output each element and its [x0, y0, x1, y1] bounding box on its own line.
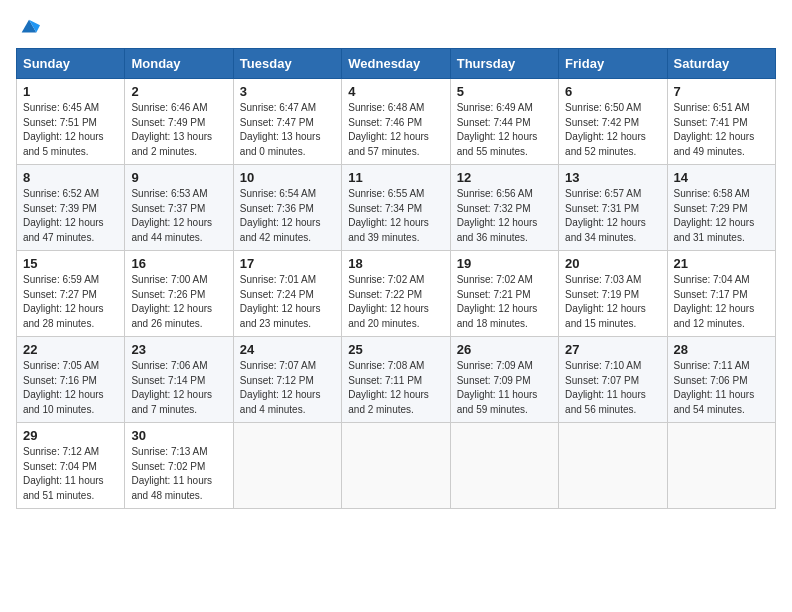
calendar-cell — [450, 423, 558, 509]
page-header — [16, 16, 776, 38]
calendar-cell: 5 Sunrise: 6:49 AM Sunset: 7:44 PM Dayli… — [450, 79, 558, 165]
day-info: Sunrise: 7:13 AM Sunset: 7:02 PM Dayligh… — [131, 445, 226, 503]
calendar-cell: 1 Sunrise: 6:45 AM Sunset: 7:51 PM Dayli… — [17, 79, 125, 165]
day-number: 23 — [131, 342, 226, 357]
calendar-week-row: 1 Sunrise: 6:45 AM Sunset: 7:51 PM Dayli… — [17, 79, 776, 165]
day-info: Sunrise: 7:09 AM Sunset: 7:09 PM Dayligh… — [457, 359, 552, 417]
calendar-cell: 30 Sunrise: 7:13 AM Sunset: 7:02 PM Dayl… — [125, 423, 233, 509]
calendar-cell: 24 Sunrise: 7:07 AM Sunset: 7:12 PM Dayl… — [233, 337, 341, 423]
day-number: 2 — [131, 84, 226, 99]
calendar-week-row: 8 Sunrise: 6:52 AM Sunset: 7:39 PM Dayli… — [17, 165, 776, 251]
day-number: 28 — [674, 342, 769, 357]
calendar-cell: 3 Sunrise: 6:47 AM Sunset: 7:47 PM Dayli… — [233, 79, 341, 165]
day-number: 29 — [23, 428, 118, 443]
calendar-cell: 7 Sunrise: 6:51 AM Sunset: 7:41 PM Dayli… — [667, 79, 775, 165]
calendar-cell: 16 Sunrise: 7:00 AM Sunset: 7:26 PM Dayl… — [125, 251, 233, 337]
calendar-cell: 13 Sunrise: 6:57 AM Sunset: 7:31 PM Dayl… — [559, 165, 667, 251]
calendar-cell — [342, 423, 450, 509]
day-number: 10 — [240, 170, 335, 185]
day-info: Sunrise: 6:58 AM Sunset: 7:29 PM Dayligh… — [674, 187, 769, 245]
calendar-cell — [233, 423, 341, 509]
day-number: 4 — [348, 84, 443, 99]
day-info: Sunrise: 7:02 AM Sunset: 7:22 PM Dayligh… — [348, 273, 443, 331]
day-info: Sunrise: 6:59 AM Sunset: 7:27 PM Dayligh… — [23, 273, 118, 331]
calendar-cell: 8 Sunrise: 6:52 AM Sunset: 7:39 PM Dayli… — [17, 165, 125, 251]
day-number: 22 — [23, 342, 118, 357]
day-info: Sunrise: 6:45 AM Sunset: 7:51 PM Dayligh… — [23, 101, 118, 159]
day-info: Sunrise: 7:07 AM Sunset: 7:12 PM Dayligh… — [240, 359, 335, 417]
day-number: 19 — [457, 256, 552, 271]
calendar-cell: 21 Sunrise: 7:04 AM Sunset: 7:17 PM Dayl… — [667, 251, 775, 337]
calendar-cell — [667, 423, 775, 509]
day-number: 21 — [674, 256, 769, 271]
day-number: 5 — [457, 84, 552, 99]
day-number: 24 — [240, 342, 335, 357]
calendar-cell: 27 Sunrise: 7:10 AM Sunset: 7:07 PM Dayl… — [559, 337, 667, 423]
day-number: 8 — [23, 170, 118, 185]
calendar-table: SundayMondayTuesdayWednesdayThursdayFrid… — [16, 48, 776, 509]
calendar-cell: 22 Sunrise: 7:05 AM Sunset: 7:16 PM Dayl… — [17, 337, 125, 423]
weekday-header-thursday: Thursday — [450, 49, 558, 79]
day-info: Sunrise: 6:56 AM Sunset: 7:32 PM Dayligh… — [457, 187, 552, 245]
day-info: Sunrise: 7:05 AM Sunset: 7:16 PM Dayligh… — [23, 359, 118, 417]
day-info: Sunrise: 7:12 AM Sunset: 7:04 PM Dayligh… — [23, 445, 118, 503]
calendar-cell: 25 Sunrise: 7:08 AM Sunset: 7:11 PM Dayl… — [342, 337, 450, 423]
day-info: Sunrise: 7:04 AM Sunset: 7:17 PM Dayligh… — [674, 273, 769, 331]
day-info: Sunrise: 7:08 AM Sunset: 7:11 PM Dayligh… — [348, 359, 443, 417]
day-number: 1 — [23, 84, 118, 99]
weekday-header-monday: Monday — [125, 49, 233, 79]
day-info: Sunrise: 7:11 AM Sunset: 7:06 PM Dayligh… — [674, 359, 769, 417]
day-number: 15 — [23, 256, 118, 271]
day-info: Sunrise: 6:46 AM Sunset: 7:49 PM Dayligh… — [131, 101, 226, 159]
day-info: Sunrise: 6:52 AM Sunset: 7:39 PM Dayligh… — [23, 187, 118, 245]
day-number: 11 — [348, 170, 443, 185]
day-number: 30 — [131, 428, 226, 443]
calendar-week-row: 29 Sunrise: 7:12 AM Sunset: 7:04 PM Dayl… — [17, 423, 776, 509]
day-number: 18 — [348, 256, 443, 271]
calendar-week-row: 22 Sunrise: 7:05 AM Sunset: 7:16 PM Dayl… — [17, 337, 776, 423]
calendar-cell: 15 Sunrise: 6:59 AM Sunset: 7:27 PM Dayl… — [17, 251, 125, 337]
day-number: 14 — [674, 170, 769, 185]
day-header-row: SundayMondayTuesdayWednesdayThursdayFrid… — [17, 49, 776, 79]
calendar-cell: 20 Sunrise: 7:03 AM Sunset: 7:19 PM Dayl… — [559, 251, 667, 337]
calendar-cell — [559, 423, 667, 509]
day-number: 27 — [565, 342, 660, 357]
calendar-cell: 23 Sunrise: 7:06 AM Sunset: 7:14 PM Dayl… — [125, 337, 233, 423]
weekday-header-sunday: Sunday — [17, 49, 125, 79]
weekday-header-saturday: Saturday — [667, 49, 775, 79]
calendar-cell: 17 Sunrise: 7:01 AM Sunset: 7:24 PM Dayl… — [233, 251, 341, 337]
day-info: Sunrise: 6:50 AM Sunset: 7:42 PM Dayligh… — [565, 101, 660, 159]
weekday-header-friday: Friday — [559, 49, 667, 79]
day-number: 25 — [348, 342, 443, 357]
calendar-cell: 14 Sunrise: 6:58 AM Sunset: 7:29 PM Dayl… — [667, 165, 775, 251]
day-info: Sunrise: 6:51 AM Sunset: 7:41 PM Dayligh… — [674, 101, 769, 159]
calendar-cell: 4 Sunrise: 6:48 AM Sunset: 7:46 PM Dayli… — [342, 79, 450, 165]
day-info: Sunrise: 7:06 AM Sunset: 7:14 PM Dayligh… — [131, 359, 226, 417]
day-info: Sunrise: 7:01 AM Sunset: 7:24 PM Dayligh… — [240, 273, 335, 331]
day-number: 16 — [131, 256, 226, 271]
logo — [16, 16, 40, 38]
calendar-cell: 26 Sunrise: 7:09 AM Sunset: 7:09 PM Dayl… — [450, 337, 558, 423]
day-info: Sunrise: 7:10 AM Sunset: 7:07 PM Dayligh… — [565, 359, 660, 417]
calendar-cell: 10 Sunrise: 6:54 AM Sunset: 7:36 PM Dayl… — [233, 165, 341, 251]
day-info: Sunrise: 6:53 AM Sunset: 7:37 PM Dayligh… — [131, 187, 226, 245]
calendar-cell: 19 Sunrise: 7:02 AM Sunset: 7:21 PM Dayl… — [450, 251, 558, 337]
day-info: Sunrise: 7:02 AM Sunset: 7:21 PM Dayligh… — [457, 273, 552, 331]
day-number: 13 — [565, 170, 660, 185]
day-number: 17 — [240, 256, 335, 271]
calendar-cell: 9 Sunrise: 6:53 AM Sunset: 7:37 PM Dayli… — [125, 165, 233, 251]
day-number: 9 — [131, 170, 226, 185]
calendar-cell: 29 Sunrise: 7:12 AM Sunset: 7:04 PM Dayl… — [17, 423, 125, 509]
calendar-cell: 2 Sunrise: 6:46 AM Sunset: 7:49 PM Dayli… — [125, 79, 233, 165]
calendar-cell: 11 Sunrise: 6:55 AM Sunset: 7:34 PM Dayl… — [342, 165, 450, 251]
day-info: Sunrise: 7:00 AM Sunset: 7:26 PM Dayligh… — [131, 273, 226, 331]
day-info: Sunrise: 6:47 AM Sunset: 7:47 PM Dayligh… — [240, 101, 335, 159]
day-number: 26 — [457, 342, 552, 357]
calendar-cell: 6 Sunrise: 6:50 AM Sunset: 7:42 PM Dayli… — [559, 79, 667, 165]
weekday-header-wednesday: Wednesday — [342, 49, 450, 79]
day-number: 12 — [457, 170, 552, 185]
day-number: 3 — [240, 84, 335, 99]
day-info: Sunrise: 6:57 AM Sunset: 7:31 PM Dayligh… — [565, 187, 660, 245]
calendar-cell: 28 Sunrise: 7:11 AM Sunset: 7:06 PM Dayl… — [667, 337, 775, 423]
calendar-cell: 12 Sunrise: 6:56 AM Sunset: 7:32 PM Dayl… — [450, 165, 558, 251]
